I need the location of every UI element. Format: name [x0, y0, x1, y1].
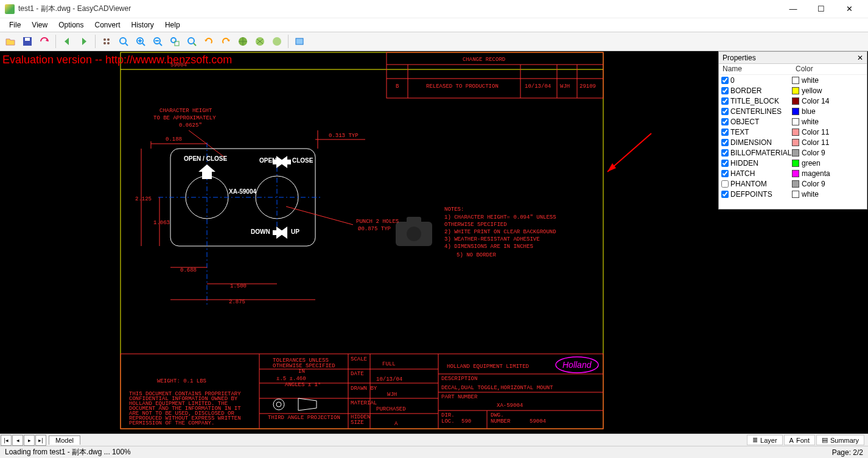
evaluation-watermark: Evaluation version -- http://wwww.benzso…: [2, 54, 232, 66]
layer-checkbox[interactable]: [721, 170, 729, 177]
layer-name: BORDER: [730, 86, 761, 95]
layer-row[interactable]: CENTERLINESblue: [719, 106, 867, 116]
first-page-icon[interactable]: |◂: [1, 435, 12, 446]
layer-checkbox[interactable]: [721, 118, 729, 125]
svg-text:1.063: 1.063: [153, 220, 170, 226]
layer-row[interactable]: HATCHmagenta: [719, 168, 867, 178]
next-page-icon[interactable]: ▸: [24, 435, 35, 446]
layer-row[interactable]: TITLE_BLOCKColor 14: [719, 96, 867, 106]
rotate-cw-icon[interactable]: [201, 33, 217, 49]
svg-text:DECAL,DUAL TOGGLE,HORIZONTAL M: DECAL,DUAL TOGGLE,HORIZONTAL MOUNT: [441, 385, 553, 391]
svg-text:2) WHITE PRINT ON CLEAR BACKGR: 2) WHITE PRINT ON CLEAR BACKGROUND: [444, 229, 556, 235]
zoom-extents-icon[interactable]: [116, 33, 131, 49]
svg-text:DOWN: DOWN: [251, 228, 270, 235]
menu-help[interactable]: Help: [159, 19, 186, 30]
toolbar: [0, 32, 868, 51]
menu-file[interactable]: File: [4, 19, 26, 30]
render-icon[interactable]: [269, 33, 285, 49]
layer-name: DIMENSION: [730, 138, 772, 147]
zoom-window-icon[interactable]: [167, 33, 183, 49]
svg-text:10/13/04: 10/13/04: [376, 376, 402, 382]
layer-row[interactable]: TEXTColor 11: [719, 127, 867, 137]
layer-row[interactable]: BORDERyellow: [719, 85, 867, 96]
layer-name: HATCH: [730, 169, 755, 178]
layer-checkbox[interactable]: [721, 87, 729, 94]
color-label: Color 9: [802, 149, 825, 157]
save-icon[interactable]: [19, 33, 35, 49]
app-icon: [5, 4, 15, 14]
color-label: Color 11: [802, 128, 829, 136]
color-swatch: [792, 118, 799, 125]
convert-icon[interactable]: [37, 33, 52, 49]
layer-checkbox[interactable]: [721, 97, 729, 105]
prev-page-icon[interactable]: ◂: [12, 435, 23, 446]
back-icon[interactable]: [59, 33, 75, 49]
col-name[interactable]: Name: [719, 64, 792, 74]
zoom-all-icon[interactable]: [184, 33, 200, 49]
menu-options[interactable]: Options: [53, 19, 89, 30]
view3d-alt-icon[interactable]: [252, 33, 268, 49]
properties-panel: Properties ✕ Name Color 0whiteBORDERyell…: [718, 51, 867, 210]
layer-row[interactable]: BILLOFMATERIALColor 9: [719, 147, 867, 158]
pan-icon[interactable]: [99, 33, 114, 49]
tab-model[interactable]: Model: [49, 435, 80, 445]
layer-row[interactable]: HIDDENgreen: [719, 158, 867, 168]
bottom-tab-bar: |◂ ◂ ▸ ▸| Model ≣Layer AFont ▤Summary: [0, 434, 868, 446]
layer-checkbox[interactable]: [721, 180, 729, 188]
color-label: white: [802, 76, 819, 85]
layer-checkbox[interactable]: [721, 139, 729, 146]
zoom-in-icon[interactable]: [133, 33, 149, 49]
svg-text:SIZE: SIZE: [351, 420, 364, 426]
layer-row[interactable]: DIMENSIONColor 11: [719, 137, 867, 147]
svg-text:59004: 59004: [530, 418, 546, 425]
menu-view[interactable]: View: [26, 19, 53, 30]
svg-text:OTHERWISE SPECIFIED: OTHERWISE SPECIFIED: [444, 222, 507, 228]
layer-checkbox[interactable]: [721, 191, 729, 198]
layer-checkbox[interactable]: [721, 149, 729, 157]
zoom-out-icon[interactable]: [150, 33, 166, 49]
layer-checkbox[interactable]: [721, 129, 729, 136]
view3d-icon[interactable]: [235, 33, 251, 49]
svg-line-69: [286, 206, 353, 225]
menu-history[interactable]: History: [126, 19, 159, 30]
svg-text:RELEASED TO PRODUCTION: RELEASED TO PRODUCTION: [426, 83, 499, 90]
rotate-ccw-icon[interactable]: [218, 33, 234, 49]
open-icon[interactable]: [2, 33, 18, 49]
svg-marker-47: [279, 156, 291, 168]
forward-icon[interactable]: [76, 33, 92, 49]
close-button[interactable]: ✕: [835, 0, 863, 18]
tab-summary[interactable]: ▤Summary: [816, 435, 864, 445]
layer-checkbox[interactable]: [721, 77, 729, 84]
svg-text:2.125: 2.125: [135, 196, 152, 202]
svg-text:NOTES:: NOTES:: [444, 206, 464, 213]
color-label: white: [802, 118, 819, 126]
layer-row[interactable]: OBJECTwhite: [719, 116, 867, 127]
layer-row[interactable]: DEFPOINTSwhite: [719, 189, 867, 199]
svg-text:WEIGHT: 0.1 LBS: WEIGHT: 0.1 LBS: [157, 378, 206, 384]
maximize-button[interactable]: ☐: [807, 0, 835, 18]
svg-text:PART NUMBER: PART NUMBER: [441, 394, 478, 400]
color-label: Color 9: [802, 180, 825, 188]
svg-text:DESCRIPTION: DESCRIPTION: [441, 376, 477, 382]
minimize-button[interactable]: —: [779, 0, 807, 18]
svg-text:DIR.: DIR.: [441, 412, 455, 418]
menu-convert[interactable]: Convert: [89, 19, 126, 30]
layer-row[interactable]: 0white: [719, 75, 867, 85]
about-icon[interactable]: [292, 33, 307, 49]
layer-checkbox[interactable]: [721, 108, 729, 115]
properties-close-icon[interactable]: ✕: [857, 54, 863, 62]
tab-layer[interactable]: ≣Layer: [747, 435, 783, 445]
layer-name: TITLE_BLOCK: [730, 97, 779, 105]
svg-text:WJH: WJH: [387, 392, 397, 398]
last-page-icon[interactable]: ▸|: [35, 435, 46, 446]
svg-text:PURCHASED: PURCHASED: [376, 406, 406, 412]
layer-checkbox[interactable]: [721, 160, 729, 167]
svg-text:29109: 29109: [579, 83, 596, 90]
col-color[interactable]: Color: [792, 64, 817, 74]
tab-font[interactable]: AFont: [784, 435, 815, 445]
svg-rect-80: [407, 217, 421, 224]
layer-row[interactable]: PHANTOMColor 9: [719, 178, 867, 189]
color-swatch: [792, 139, 799, 146]
svg-point-11: [188, 38, 194, 44]
color-swatch: [792, 97, 799, 105]
